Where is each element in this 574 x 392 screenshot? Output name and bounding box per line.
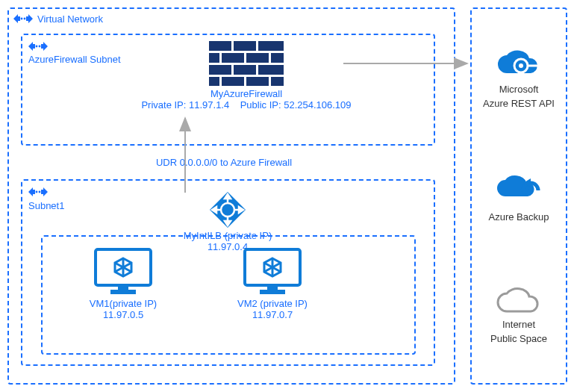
udr-label: UDR 0.0.0.0/0 to Azure Firewall xyxy=(127,157,321,168)
rest-api-block: Microsoft Azure REST API xyxy=(483,48,555,109)
svg-point-7 xyxy=(39,46,41,48)
svg-rect-11 xyxy=(258,41,284,51)
svg-rect-9 xyxy=(209,41,231,51)
internet-block: Internet Public Space xyxy=(490,284,547,344)
firewall-public-ip: Public IP: 52.254.106.109 xyxy=(240,99,352,111)
vm2-name: VM2 (private IP) xyxy=(209,298,336,309)
svg-marker-0 xyxy=(13,14,20,23)
ilb-name: MyIntILB (private IP) xyxy=(146,230,310,241)
virtual-network-label: Virtual Network xyxy=(37,13,103,25)
svg-rect-16 xyxy=(209,65,231,75)
firewall-subnet-label: AzureFirewall Subnet xyxy=(28,55,121,66)
svg-point-26 xyxy=(39,191,41,193)
svg-point-2 xyxy=(21,18,23,20)
svg-rect-20 xyxy=(222,77,244,86)
svg-rect-46 xyxy=(260,290,285,294)
vm2-ip: 11.97.0.7 xyxy=(209,309,336,320)
svg-rect-39 xyxy=(110,290,136,294)
virtual-network-header: Virtual Network xyxy=(9,9,454,28)
internet-label-2: Public Space xyxy=(490,333,547,344)
vm1-ip: 11.97.0.5 xyxy=(60,309,187,320)
svg-marker-24 xyxy=(41,187,48,196)
load-balancer-block: MyIntILB (private IP) 11.97.0.4 xyxy=(146,192,310,252)
vm1-block: VM1(private IP) 11.97.0.5 xyxy=(60,248,187,320)
svg-rect-18 xyxy=(258,65,284,75)
cloud-icon xyxy=(495,284,543,316)
firewall-ips: Private IP: 11.97.1.4 Public IP: 52.254.… xyxy=(134,99,358,111)
svg-rect-45 xyxy=(267,285,278,290)
subnet1-label: Subnet1 xyxy=(28,200,64,211)
svg-rect-14 xyxy=(246,53,269,63)
vm1-name: VM1(private IP) xyxy=(60,298,187,309)
cloud-backup-icon xyxy=(495,171,543,208)
svg-marker-4 xyxy=(28,42,35,51)
svg-rect-17 xyxy=(234,65,256,75)
rest-api-label-2: Azure REST API xyxy=(483,98,555,109)
svg-point-6 xyxy=(36,46,38,48)
firewall-private-ip: Private IP: 11.97.1.4 xyxy=(141,99,229,111)
azure-backup-block: Azure Backup xyxy=(489,171,549,223)
internet-label-1: Internet xyxy=(502,319,535,330)
firewall-block: MyAzureFirewall Private IP: 11.97.1.4 Pu… xyxy=(134,41,358,111)
svg-rect-10 xyxy=(234,41,256,51)
firewall-name: MyAzureFirewall xyxy=(134,88,358,99)
svg-marker-5 xyxy=(41,42,48,51)
external-services-container: Microsoft Azure REST API Azure Backup In… xyxy=(470,7,567,385)
svg-rect-15 xyxy=(271,53,284,63)
svg-rect-38 xyxy=(118,285,128,290)
vm2-block: VM2 (private IP) 11.97.0.7 xyxy=(209,248,336,320)
svg-point-3 xyxy=(24,18,26,20)
svg-marker-1 xyxy=(26,14,33,23)
rest-api-label-1: Microsoft xyxy=(499,84,539,95)
svg-rect-19 xyxy=(209,77,219,86)
svg-rect-12 xyxy=(209,53,219,63)
svg-point-25 xyxy=(36,191,38,193)
vm-icon xyxy=(243,248,302,296)
svg-rect-21 xyxy=(246,77,269,86)
load-balancer-icon xyxy=(210,192,246,228)
svg-rect-22 xyxy=(271,77,284,86)
cloud-api-icon xyxy=(495,48,543,81)
vm-icon xyxy=(94,248,152,296)
svg-marker-23 xyxy=(28,187,35,196)
svg-rect-13 xyxy=(222,53,244,63)
vnet-icon xyxy=(28,185,48,199)
firewall-icon xyxy=(209,41,284,86)
azure-backup-label: Azure Backup xyxy=(489,211,549,223)
vnet-icon xyxy=(28,40,48,53)
svg-point-52 xyxy=(519,63,523,68)
vnet-icon xyxy=(13,12,33,25)
